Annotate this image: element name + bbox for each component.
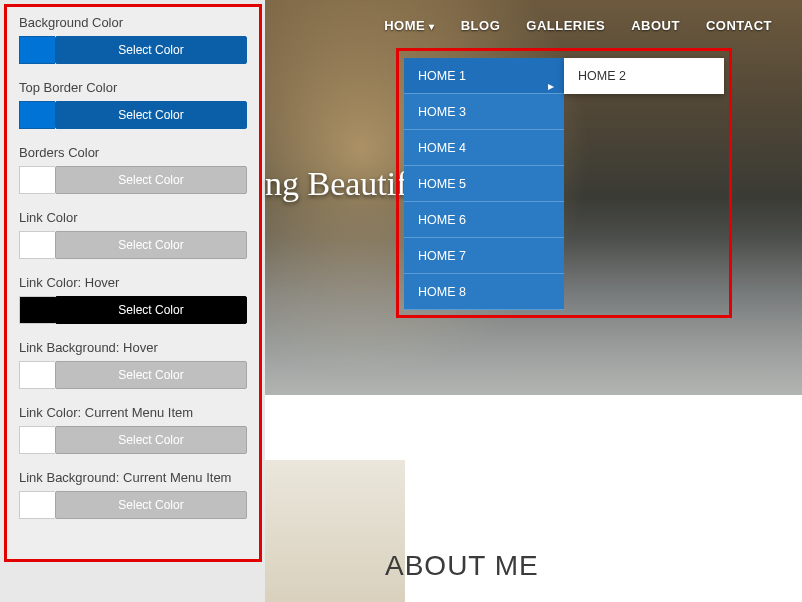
color-option-label: Link Color: Hover xyxy=(19,275,247,290)
dropdown-column-2: HOME 2 xyxy=(564,58,724,94)
color-swatch[interactable] xyxy=(19,166,55,194)
menu-item-home-6[interactable]: HOME 6 xyxy=(404,202,564,238)
dropdown-column-1: HOME 1 ▸ HOME 3 HOME 4 HOME 5 HOME 6 HOM… xyxy=(404,58,564,310)
select-color-button[interactable]: Select Color xyxy=(55,491,247,519)
content-section: ABOUT ME xyxy=(265,395,802,602)
color-option-label: Link Background: Hover xyxy=(19,340,247,355)
color-swatch[interactable] xyxy=(19,491,55,519)
color-option-2: Borders ColorSelect Color xyxy=(19,145,247,194)
select-color-button[interactable]: Select Color xyxy=(55,166,247,194)
nav-home[interactable]: HOME▾ xyxy=(384,18,435,33)
select-color-button[interactable]: Select Color xyxy=(55,231,247,259)
color-option-5: Link Background: HoverSelect Color xyxy=(19,340,247,389)
color-option-label: Link Color: Current Menu Item xyxy=(19,405,247,420)
menu-item-home-8[interactable]: HOME 8 xyxy=(404,274,564,310)
select-color-button[interactable]: Select Color xyxy=(55,361,247,389)
menu-item-home-1[interactable]: HOME 1 ▸ xyxy=(404,58,564,94)
select-color-button[interactable]: Select Color xyxy=(55,101,247,129)
select-color-button[interactable]: Select Color xyxy=(55,36,247,64)
color-option-0: Background ColorSelect Color xyxy=(19,15,247,64)
chevron-down-icon: ▾ xyxy=(429,21,435,32)
menu-item-home-4[interactable]: HOME 4 xyxy=(404,130,564,166)
nav-galleries[interactable]: GALLERIES xyxy=(526,18,605,33)
dropdown-highlight: HOME 1 ▸ HOME 3 HOME 4 HOME 5 HOME 6 HOM… xyxy=(396,48,732,318)
color-option-label: Link Color xyxy=(19,210,247,225)
color-option-label: Background Color xyxy=(19,15,247,30)
menu-item-home-7[interactable]: HOME 7 xyxy=(404,238,564,274)
color-option-label: Borders Color xyxy=(19,145,247,160)
top-nav: HOME▾ BLOG GALLERIES ABOUT CONTACT xyxy=(384,18,772,33)
submenu-item-home-2[interactable]: HOME 2 xyxy=(564,58,724,94)
color-option-label: Top Border Color xyxy=(19,80,247,95)
color-option-1: Top Border ColorSelect Color xyxy=(19,80,247,129)
color-swatch[interactable] xyxy=(19,36,55,64)
color-swatch[interactable] xyxy=(19,296,55,324)
select-color-button[interactable]: Select Color xyxy=(55,296,247,324)
color-swatch[interactable] xyxy=(19,426,55,454)
section-title: ABOUT ME xyxy=(385,550,539,582)
color-option-7: Link Background: Current Menu ItemSelect… xyxy=(19,470,247,519)
color-option-label: Link Background: Current Menu Item xyxy=(19,470,247,485)
customizer-panel: Background ColorSelect ColorTop Border C… xyxy=(4,4,262,562)
color-swatch[interactable] xyxy=(19,231,55,259)
nav-contact[interactable]: CONTACT xyxy=(706,18,772,33)
section-image-placeholder xyxy=(265,460,405,602)
color-swatch[interactable] xyxy=(19,101,55,129)
color-option-4: Link Color: HoverSelect Color xyxy=(19,275,247,324)
color-option-3: Link ColorSelect Color xyxy=(19,210,247,259)
select-color-button[interactable]: Select Color xyxy=(55,426,247,454)
color-option-6: Link Color: Current Menu ItemSelect Colo… xyxy=(19,405,247,454)
color-swatch[interactable] xyxy=(19,361,55,389)
nav-about[interactable]: ABOUT xyxy=(631,18,680,33)
menu-item-home-5[interactable]: HOME 5 xyxy=(404,166,564,202)
nav-blog[interactable]: BLOG xyxy=(461,18,501,33)
menu-item-home-3[interactable]: HOME 3 xyxy=(404,94,564,130)
